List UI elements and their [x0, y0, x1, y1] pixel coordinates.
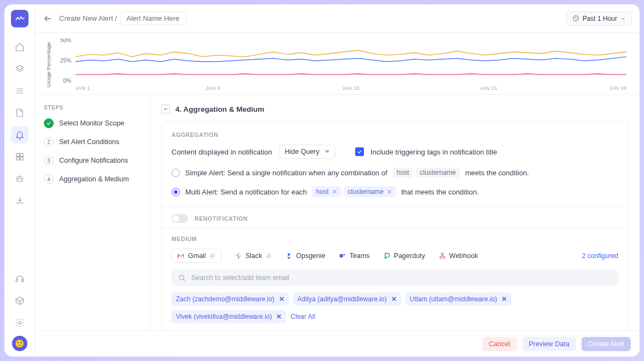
svg-rect-7 — [20, 157, 22, 160]
aggregation-panel: AGGREGATION Content displayed in notific… — [161, 121, 629, 330]
tag-chip-host[interactable]: host✕ — [312, 186, 341, 197]
step-number: 2 — [44, 137, 54, 147]
svg-text:JAN 1: JAN 1 — [76, 85, 90, 91]
renotification-label: RENOTIFICATION — [195, 215, 248, 222]
grid-icon[interactable] — [11, 148, 29, 165]
svg-rect-27 — [236, 255, 238, 256]
recipient-chip[interactable]: Vivek (vivektilva@middleware.io)✕ — [172, 310, 286, 323]
alert-name-input[interactable]: Alert Name Here — [121, 12, 186, 25]
configured-link[interactable]: 2 configured — [582, 252, 618, 260]
recipient-chip[interactable]: Uttam (uttam@middleware.io)✕ — [406, 293, 512, 306]
remove-recipient-icon[interactable]: ✕ — [391, 295, 397, 303]
renotification-toggle[interactable] — [172, 214, 188, 223]
svg-point-31 — [288, 253, 290, 256]
tag-chip-clustername[interactable]: clustername✕ — [344, 186, 396, 197]
step-label: Aggregation & Medium — [59, 175, 129, 183]
svg-line-38 — [183, 279, 185, 280]
recipient-chip[interactable]: Aditya (aditya@middleware.io)✕ — [293, 293, 401, 306]
medium-tab-gmail[interactable]: Gmail✓ — [172, 249, 221, 263]
include-tags-checkbox[interactable] — [355, 147, 364, 156]
recipient-search[interactable] — [172, 270, 618, 286]
cancel-button[interactable]: Cancel — [482, 337, 517, 351]
simple-alert-radio[interactable] — [172, 169, 180, 177]
svg-point-37 — [179, 275, 184, 279]
step-label: Set Alert Conditions — [59, 138, 119, 146]
medium-tab-webhook[interactable]: Webhook — [438, 249, 478, 263]
gmail-icon — [177, 252, 185, 260]
slack-icon — [235, 252, 242, 260]
cube-icon[interactable] — [11, 292, 29, 310]
remove-tag-icon[interactable]: ✕ — [332, 188, 337, 196]
preview-data-button[interactable]: Preview Data — [522, 337, 576, 351]
teams-icon — [339, 252, 346, 260]
check-icon — [44, 118, 54, 128]
svg-text:Usage Percentage: Usage Percentage — [45, 42, 52, 87]
remove-recipient-icon[interactable]: ✕ — [279, 295, 284, 303]
svg-text:25%: 25% — [60, 58, 71, 64]
medium-tab-teams[interactable]: Teams — [339, 249, 370, 263]
app-logo[interactable] — [11, 10, 29, 27]
svg-rect-8 — [16, 177, 22, 181]
svg-point-33 — [343, 254, 345, 256]
svg-point-15 — [18, 322, 21, 324]
bell-icon[interactable] — [11, 126, 29, 144]
tag-host: host — [393, 168, 413, 177]
svg-rect-4 — [16, 153, 19, 156]
time-range-picker[interactable]: Past 1 Hour — [566, 12, 632, 26]
verified-icon: ✓ — [209, 253, 216, 259]
footer: Cancel Preview Data Create Alert — [35, 330, 640, 357]
step-number: 4 — [44, 174, 54, 184]
file-icon[interactable] — [11, 104, 29, 122]
usage-chart: 0%25%50%Usage PercentageJAN 1JAN 8JAN 15… — [35, 33, 640, 95]
svg-rect-12 — [16, 279, 18, 282]
step-label: Select Monitor Scope — [59, 119, 124, 127]
breadcrumb[interactable]: Create New Alert / — [59, 14, 117, 22]
headset-icon[interactable] — [11, 270, 29, 288]
aggregation-header: AGGREGATION — [172, 131, 618, 138]
svg-rect-13 — [21, 279, 23, 282]
step-2[interactable]: 2Set Alert Conditions — [44, 137, 141, 147]
robot-icon[interactable] — [11, 170, 29, 187]
layers-icon[interactable] — [11, 60, 29, 78]
svg-text:JAN 15: JAN 15 — [343, 85, 360, 91]
svg-point-36 — [441, 253, 443, 255]
svg-point-9 — [18, 179, 19, 180]
section-title: 4. Aggregation & Medium — [175, 105, 264, 113]
query-visibility-select[interactable]: Hide Query — [279, 145, 335, 159]
simple-alert-post: meets the condition. — [465, 169, 529, 177]
recipient-chip[interactable]: Zach (zachdemo@middleware.io)✕ — [172, 293, 289, 306]
webhook-icon — [438, 252, 446, 260]
remove-recipient-icon[interactable]: ✕ — [276, 313, 282, 320]
back-icon[interactable] — [43, 14, 53, 24]
step-4[interactable]: 4Aggregation & Medium — [44, 174, 141, 184]
create-alert-button[interactable]: Create Alert — [582, 337, 631, 351]
home-icon[interactable] — [11, 38, 29, 56]
step-3[interactable]: 3Configure Notifications — [44, 156, 141, 165]
search-icon — [178, 274, 186, 282]
remove-tag-icon[interactable]: ✕ — [387, 188, 392, 196]
svg-text:JAN 21: JAN 21 — [480, 85, 498, 91]
avatar[interactable]: 🙂 — [12, 336, 27, 351]
multi-alert-post: that meets the condition. — [401, 188, 479, 196]
collapse-toggle[interactable]: − — [161, 105, 170, 113]
recipient-search-input[interactable] — [191, 274, 612, 282]
remove-recipient-icon[interactable]: ✕ — [501, 295, 507, 303]
gear-icon[interactable] — [11, 314, 29, 331]
topbar: Create New Alert / Alert Name Here Past … — [35, 4, 640, 33]
tag-clustername: clustername — [416, 168, 459, 177]
multi-alert-pre: Multi Alert: Send a notification for eac… — [185, 188, 307, 196]
svg-text:0%: 0% — [63, 78, 71, 84]
medium-tab-pagerduty[interactable]: Pagerduty — [383, 249, 425, 263]
menu-icon[interactable] — [11, 82, 29, 100]
step-number: 3 — [44, 156, 54, 165]
medium-tab-opsgenie[interactable]: Opsgenie — [285, 249, 326, 263]
medium-tab-slack[interactable]: Slack✓ — [235, 249, 272, 263]
svg-point-35 — [443, 256, 445, 259]
download-icon[interactable] — [11, 192, 29, 209]
multi-alert-radio[interactable] — [172, 188, 180, 196]
svg-text:JAN 8: JAN 8 — [206, 85, 220, 91]
clear-all-link[interactable]: Clear All — [290, 313, 315, 320]
steps-header: STEPS — [44, 105, 141, 111]
step-1[interactable]: Select Monitor Scope — [44, 118, 141, 128]
nav-rail: 🙂 — [4, 4, 35, 357]
